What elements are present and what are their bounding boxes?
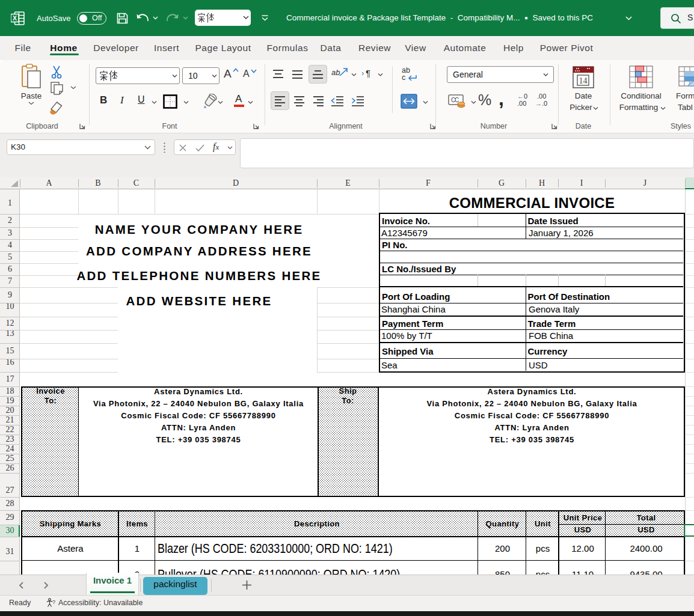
svg-text:?: ? [52, 599, 55, 605]
svg-text:X: X [13, 14, 17, 22]
svg-text:14: 14 [579, 76, 588, 85]
